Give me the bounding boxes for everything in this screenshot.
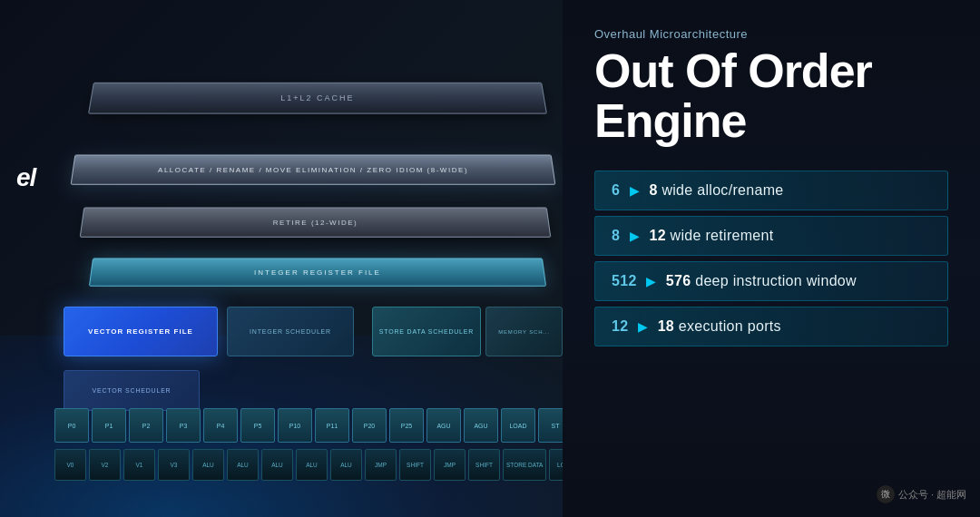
feature-item: 512 ▶ 576 deep instruction window (594, 261, 948, 301)
feature-text-0: 6 ▶ 8 wide alloc/rename (612, 182, 783, 199)
subtitle: Overhaul Microarchitecture (594, 27, 948, 41)
feature-label-2: deep instruction window (695, 273, 857, 288)
exec-block: JMP (365, 449, 397, 481)
ports-row: P0P1P2P3P4P5P10P11P20P25AGUAGULOADST (54, 408, 563, 443)
feature-new-3: 18 (658, 318, 674, 334)
feature-arrow-0: ▶ (630, 183, 644, 198)
watermark: 微 公众号 · 超能网 (877, 485, 966, 503)
feature-list: 6 ▶ 8 wide alloc/rename 8 ▶ 12 wide reti… (594, 171, 948, 346)
main-title-line2: Engine (594, 94, 746, 147)
exec-block: ALU (330, 449, 362, 481)
feature-label-0: wide alloc/rename (662, 182, 783, 198)
feature-old-2: 512 (612, 273, 637, 288)
exec-block: V1 (123, 449, 155, 481)
main-title-line1: Out Of Order (594, 44, 872, 97)
allocate-layer-label: ALLOCATE / RENAME / MOVE ELIMINATION / Z… (158, 166, 469, 174)
store-scheduler-label: STORE DATA SCHEDULER (376, 325, 477, 338)
feature-arrow-2: ▶ (646, 274, 661, 288)
int-scheduler-block: INTEGER SCHEDULER (227, 307, 354, 356)
chip-layers: L1+L2 CACHE ALLOCATE / RENAME / MOVE ELI… (54, 54, 563, 499)
exec-block: V0 (54, 449, 86, 481)
port-block: LOAD (501, 408, 535, 443)
watermark-text: 公众号 · 超能网 (898, 488, 966, 502)
port-block: AGU (464, 408, 498, 443)
cache-layer: L1+L2 CACHE (88, 83, 547, 114)
feature-text-3: 12 ▶ 18 execution ports (612, 318, 781, 335)
exec-block: STORE DATA (503, 449, 546, 481)
feature-text-1: 8 ▶ 12 wide retirement (612, 228, 774, 244)
port-block: P4 (203, 408, 238, 443)
exec-block: ALU (227, 449, 259, 481)
retire-layer: RETIRE (12-WIDE) (80, 208, 552, 238)
feature-arrow-3: ▶ (638, 319, 652, 334)
int-scheduler-label: INTEGER SCHEDULER (250, 328, 331, 335)
exec-block: SHIFT (399, 449, 431, 481)
main-container: el L1+L2 CACHE ALLOCATE / RENAME / MOVE … (0, 0, 980, 517)
exec-block: V3 (158, 449, 190, 481)
feature-label-1: wide retirement (671, 228, 774, 243)
main-title: Out Of Order Engine (594, 46, 948, 145)
exec-block: ALU (296, 449, 328, 481)
feature-item: 8 ▶ 12 wide retirement (594, 216, 948, 256)
port-block: P11 (315, 408, 349, 443)
feature-new-1: 12 (649, 228, 665, 243)
feature-arrow-1: ▶ (630, 229, 644, 243)
intel-logo: el (16, 163, 35, 192)
exec-block: V2 (89, 449, 121, 481)
port-block: P1 (92, 408, 126, 443)
feature-new-0: 8 (649, 182, 657, 198)
port-block: P5 (240, 408, 275, 443)
exec-row: V0V2V1V3ALUALUALUALUALUJMPSHIFTJMPSHIFTS… (54, 449, 563, 481)
feature-old-0: 6 (612, 182, 620, 198)
feature-item: 6 ▶ 8 wide alloc/rename (594, 171, 948, 210)
feature-old-1: 8 (612, 228, 620, 243)
mem-scheduler-block: MEMORY SCH... (485, 307, 563, 356)
watermark-icon: 微 (877, 485, 895, 503)
port-block: AGU (426, 408, 461, 443)
port-block: P0 (54, 408, 89, 443)
port-block: P3 (166, 408, 201, 443)
feature-new-2: 576 (666, 273, 691, 288)
feature-old-3: 12 (612, 318, 628, 334)
exec-block: ALU (192, 449, 224, 481)
vector-reg-label: VECTOR REGISTER FILE (88, 327, 193, 336)
int-reg-layer: INTEGER REGISTER FILE (89, 258, 546, 286)
left-panel: el L1+L2 CACHE ALLOCATE / RENAME / MOVE … (0, 0, 563, 517)
mem-scheduler-label: MEMORY SCH... (496, 327, 552, 337)
port-block: ST (538, 408, 563, 443)
port-block: P20 (352, 408, 387, 443)
vec-scheduler-block: VECTOR SCHEDULER (64, 370, 200, 411)
exec-block: SHIFT (468, 449, 500, 481)
allocate-layer: ALLOCATE / RENAME / MOVE ELIMINATION / Z… (71, 155, 556, 185)
exec-block: ALU (261, 449, 293, 481)
feature-text-2: 512 ▶ 576 deep instruction window (612, 273, 857, 289)
feature-item: 12 ▶ 18 execution ports (594, 307, 948, 346)
retire-layer-label: RETIRE (12-WIDE) (273, 219, 358, 227)
right-panel: Overhaul Microarchitecture Out Of Order … (563, 0, 980, 517)
vector-reg-block: VECTOR REGISTER FILE (64, 307, 218, 356)
int-reg-label: INTEGER REGISTER FILE (254, 268, 381, 277)
cache-layer-label: L1+L2 CACHE (280, 93, 355, 102)
exec-block: LOAD (549, 449, 563, 481)
feature-label-3: execution ports (679, 318, 781, 334)
port-block: P2 (129, 408, 163, 443)
exec-block: JMP (434, 449, 466, 481)
store-scheduler-block: STORE DATA SCHEDULER (372, 307, 481, 356)
port-block: P10 (278, 408, 312, 443)
vec-scheduler-label: VECTOR SCHEDULER (93, 387, 172, 394)
port-block: P25 (389, 408, 424, 443)
